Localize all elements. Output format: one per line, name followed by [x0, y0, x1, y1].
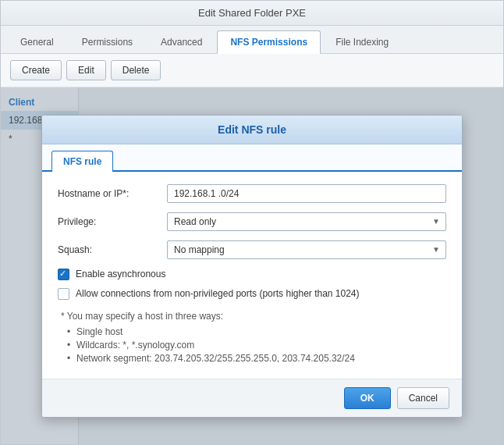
- ok-button[interactable]: OK: [344, 387, 391, 409]
- edit-nfs-rule-modal: Edit NFS rule NFS rule Hostname or IP*:: [41, 115, 463, 418]
- content-area: Client 192.168.1 * Mount path Edit NFS r…: [1, 87, 503, 444]
- hostname-input[interactable]: [167, 184, 446, 203]
- allow-connections-row: Allow connections from non-privileged po…: [58, 288, 446, 300]
- tab-nfs-permissions[interactable]: NFS Permissions: [217, 30, 321, 54]
- window-title: Edit Shared Folder PXE: [1, 1, 503, 26]
- cancel-button[interactable]: Cancel: [397, 387, 449, 409]
- tab-general[interactable]: General: [7, 30, 67, 53]
- tab-permissions[interactable]: Permissions: [69, 30, 146, 53]
- allow-connections-checkbox[interactable]: [58, 288, 69, 300]
- create-button[interactable]: Create: [10, 60, 62, 80]
- delete-button[interactable]: Delete: [111, 60, 161, 80]
- squash-select-wrap: No mapping Map root to admin Map root to…: [167, 240, 446, 259]
- info-item-2: Network segment: 203.74.205.32/255.255.2…: [67, 353, 443, 364]
- modal-title: Edit NFS rule: [42, 116, 462, 144]
- info-header: * You may specify a host in three ways:: [61, 311, 443, 322]
- squash-row: Squash: No mapping Map root to admin Map…: [58, 240, 446, 259]
- privilege-label: Privilege:: [58, 216, 167, 227]
- privilege-select-wrap: Read only Read/Write No access ▼: [167, 212, 446, 231]
- modal-tab-nfs-rule[interactable]: NFS rule: [51, 151, 113, 172]
- privilege-row: Privilege: Read only Read/Write No acces…: [58, 212, 446, 231]
- info-item-1: Wildcards: *, *.synology.com: [67, 340, 443, 351]
- hostname-row: Hostname or IP*:: [58, 184, 446, 203]
- modal-footer: OK Cancel: [42, 379, 462, 417]
- enable-async-row: Enable asynchronous: [58, 269, 446, 280]
- squash-select[interactable]: No mapping Map root to admin Map root to…: [167, 240, 446, 259]
- privilege-select[interactable]: Read only Read/Write No access: [167, 212, 446, 231]
- info-item-0: Single host: [67, 326, 443, 337]
- allow-connections-label[interactable]: Allow connections from non-privileged po…: [76, 288, 360, 299]
- toolbar: Create Edit Delete: [1, 54, 503, 87]
- tab-file-indexing[interactable]: File Indexing: [322, 30, 402, 53]
- modal-overlay: Edit NFS rule NFS rule Hostname or IP*:: [1, 87, 503, 444]
- squash-label: Squash:: [58, 244, 167, 255]
- tab-bar: General Permissions Advanced NFS Permiss…: [1, 26, 503, 54]
- enable-async-checkbox[interactable]: [58, 269, 69, 280]
- main-window: Edit Shared Folder PXE General Permissio…: [0, 0, 504, 445]
- modal-body: Hostname or IP*: Privilege: Read only Re…: [42, 172, 462, 379]
- info-list: Single host Wildcards: *, *.synology.com…: [61, 326, 443, 364]
- edit-button[interactable]: Edit: [66, 60, 106, 80]
- modal-tab-bar: NFS rule: [42, 144, 462, 172]
- title-text: Edit Shared Folder PXE: [198, 7, 306, 19]
- enable-async-label[interactable]: Enable asynchronous: [76, 269, 165, 279]
- hostname-label: Hostname or IP*:: [58, 188, 167, 199]
- tab-advanced[interactable]: Advanced: [147, 30, 215, 53]
- info-section: * You may specify a host in three ways: …: [58, 311, 446, 364]
